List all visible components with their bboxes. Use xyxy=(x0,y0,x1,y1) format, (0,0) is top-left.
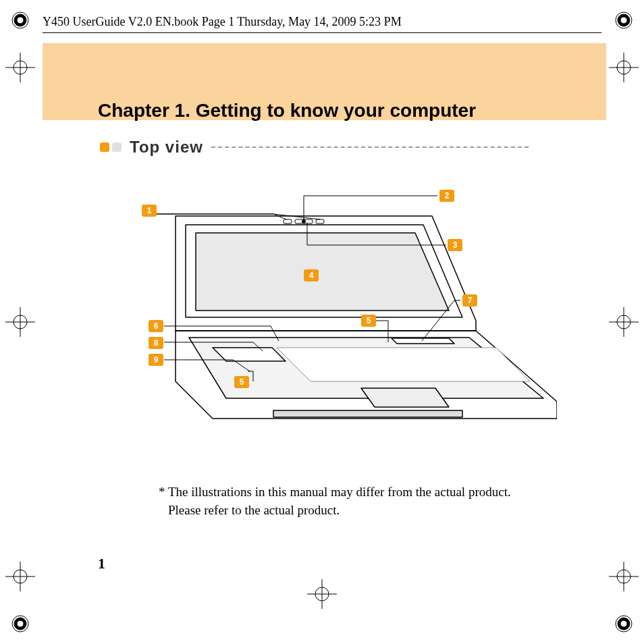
svg-rect-36 xyxy=(284,219,292,223)
bullet-icon xyxy=(100,142,109,152)
svg-point-20 xyxy=(14,315,27,329)
svg-point-0 xyxy=(12,12,28,28)
svg-point-11 xyxy=(620,620,627,627)
footnote: * The illustrations in this manual may d… xyxy=(159,483,591,519)
header-rule xyxy=(43,32,601,33)
bullet-icon xyxy=(112,142,122,152)
svg-point-29 xyxy=(617,570,630,583)
svg-marker-43 xyxy=(277,348,530,381)
callout-5-lower: 5 xyxy=(234,376,249,388)
svg-rect-39 xyxy=(316,219,324,223)
svg-point-17 xyxy=(617,61,630,74)
callout-9: 9 xyxy=(149,354,163,366)
laptop-line-art xyxy=(118,186,557,449)
chapter-title: Chapter 1. Getting to know your computer xyxy=(98,100,476,122)
callout-2: 2 xyxy=(439,190,454,202)
svg-marker-44 xyxy=(361,388,449,407)
callout-7: 7 xyxy=(462,294,477,306)
callout-8: 8 xyxy=(149,337,163,349)
svg-marker-45 xyxy=(213,348,286,361)
svg-point-4 xyxy=(618,14,630,26)
footnote-line1: * The illustrations in this manual may d… xyxy=(159,485,511,499)
svg-point-2 xyxy=(17,17,24,24)
top-view-illustration: 1 2 3 4 7 5 6 8 9 5 xyxy=(118,186,557,449)
callout-4: 4 xyxy=(304,269,319,281)
section-heading: Top view xyxy=(100,138,529,157)
svg-point-5 xyxy=(620,17,627,24)
svg-point-23 xyxy=(617,315,630,329)
svg-point-8 xyxy=(17,620,24,627)
section-rule xyxy=(211,146,529,148)
svg-point-26 xyxy=(14,570,27,583)
svg-point-1 xyxy=(14,14,26,26)
svg-marker-35 xyxy=(196,233,449,311)
svg-point-9 xyxy=(616,616,632,632)
section-bullets xyxy=(100,142,122,152)
svg-point-32 xyxy=(315,587,329,601)
callout-1: 1 xyxy=(142,205,157,217)
running-header: Y450 UserGuide V2.0 EN.book Page 1 Thurs… xyxy=(43,15,601,29)
section-title: Top view xyxy=(130,138,203,157)
svg-point-10 xyxy=(618,618,630,630)
svg-point-38 xyxy=(302,220,306,223)
page-number: 1 xyxy=(98,555,105,572)
callout-5-upper: 5 xyxy=(361,315,376,327)
callout-3: 3 xyxy=(448,239,462,251)
callout-6: 6 xyxy=(149,320,163,332)
svg-point-3 xyxy=(616,12,632,28)
svg-rect-47 xyxy=(273,410,462,417)
svg-point-6 xyxy=(12,616,28,632)
footnote-line2: Please refer to the actual product. xyxy=(159,503,340,517)
svg-point-14 xyxy=(14,61,27,74)
svg-marker-46 xyxy=(392,338,454,344)
svg-point-7 xyxy=(14,618,26,630)
